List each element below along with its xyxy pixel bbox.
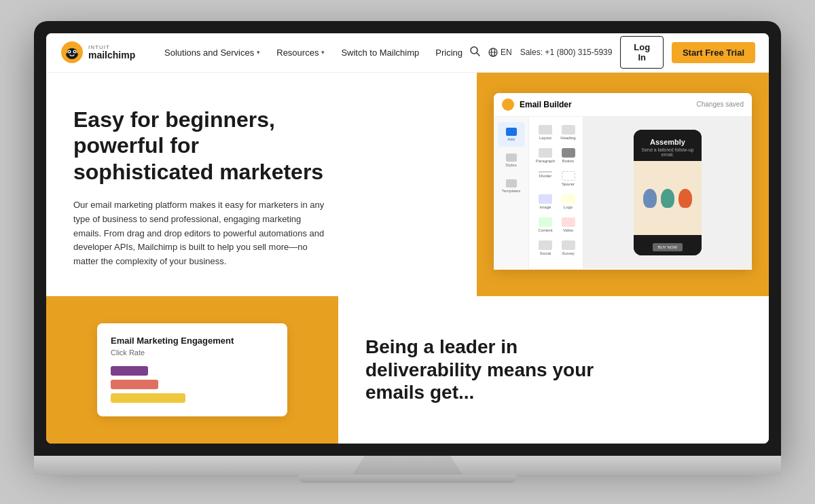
bar-row-3 [111,393,274,403]
globe-icon [488,48,498,57]
nav-pricing[interactable]: Pricing [429,42,469,63]
lower-right: Being a leader in deliverability means y… [338,296,769,444]
tool-content[interactable]: Content [535,215,556,235]
builder-title: Email Builder [502,98,572,111]
hero-description: Our email marketing platform makes it ea… [73,198,331,269]
builder-tools: Layout Heading Paragraph [529,117,583,269]
tool-layout[interactable]: Layout [535,122,556,143]
nav-solutions[interactable]: Solutions and Services ▾ [158,42,267,63]
language-selector[interactable]: EN [488,48,512,57]
mailchimp-label: mailchimp [88,50,135,60]
tool-heading[interactable]: Heading [559,122,577,143]
nav-switch[interactable]: Switch to Mailchimp [334,42,426,63]
bar-group [111,366,274,403]
search-icon[interactable] [469,46,480,59]
monitor-stand [346,456,469,475]
nav-links: Solutions and Services ▾ Resources ▾ Swi… [158,42,469,63]
nav-resources[interactable]: Resources ▾ [270,42,331,63]
builder-header: Email Builder Changes saved [494,93,752,117]
bar-yellow [111,393,185,403]
phone-title: Assembly [639,138,696,146]
builder-sidebar: Add Styles Templates [494,117,529,269]
builder-monkey-icon [502,98,514,111]
hero-section: Easy for beginners, powerful for sophist… [46,73,769,296]
monitor-screen: INTUIT mailchimp Solutions and Services … [34,21,781,456]
tool-divider[interactable]: Divider [535,168,556,189]
tool-survey[interactable]: Survey [559,238,577,258]
phone-subtitle: Send a tailored follow-up email. [639,147,696,157]
tool-social[interactable]: Social [535,238,556,258]
svg-point-7 [77,48,82,54]
lamp-blue [643,189,657,208]
tool-image[interactable]: Image [535,192,556,212]
lower-section: Email Marketing Engagement Click Rate [46,296,769,444]
bar-salmon [111,380,158,389]
lamp-teal [661,189,674,208]
tool-video[interactable]: Video [559,215,577,235]
lower-left: Email Marketing Engagement Click Rate [46,296,338,444]
screen-content: INTUIT mailchimp Solutions and Services … [46,33,769,444]
card-title: Email Marketing Engagement [111,336,274,346]
sidebar-tab-add[interactable]: Add [498,122,525,147]
svg-point-6 [63,48,68,54]
phone-header: Assembly Send a tailored follow-up email… [634,130,702,161]
bar-row-2 [111,380,274,389]
lamp-orange [678,189,692,208]
builder-phone-preview: Assembly Send a tailored follow-up email… [583,117,752,269]
sidebar-tab-styles[interactable]: Styles [498,148,525,173]
hero-right: Email Builder Changes saved Add [477,73,769,296]
logo-text: INTUIT mailchimp [88,45,135,60]
bar-purple [111,366,148,376]
phone-image-area [634,161,702,235]
phone-cta-button: BUY NOW [653,243,683,251]
sidebar-tab-templates[interactable]: Templates [498,174,525,198]
builder-saved-status: Changes saved [697,101,744,108]
engagement-card: Email Marketing Engagement Click Rate [97,323,287,416]
phone-footer: BUY NOW [634,235,702,255]
tool-spacer[interactable]: Spacer [559,168,577,189]
tool-logo[interactable]: Logo [559,192,577,212]
svg-point-5 [74,51,75,52]
monitor-wrapper: INTUIT mailchimp Solutions and Services … [34,21,781,483]
monitor-base [34,456,781,475]
svg-point-4 [69,51,70,52]
hero-title: Easy for beginners, powerful for sophist… [73,107,331,185]
monitor-foot [299,475,516,483]
email-builder-mockup: Email Builder Changes saved Add [494,93,752,270]
login-button[interactable]: Log In [620,36,664,69]
builder-body: Add Styles Templates [494,117,752,269]
mailchimp-monkey-icon [60,40,84,65]
card-subtitle: Click Rate [111,348,274,357]
svg-point-1 [66,48,78,59]
chevron-down-icon: ▾ [321,49,325,56]
bar-row-1 [111,366,274,376]
lower-title: Being a leader in deliverability means y… [365,336,623,404]
tool-paragraph[interactable]: Paragraph [535,145,556,166]
tool-button[interactable]: Button [559,145,577,166]
logo[interactable]: INTUIT mailchimp [60,40,141,65]
sales-phone: Sales: +1 (800) 315-5939 [520,48,613,57]
navbar: INTUIT mailchimp Solutions and Services … [46,33,769,73]
svg-line-9 [477,53,479,56]
phone-mockup: Assembly Send a tailored follow-up email… [634,130,702,255]
chevron-down-icon: ▾ [257,49,260,56]
start-free-trial-button[interactable]: Start Free Trial [672,42,755,63]
hero-left: Easy for beginners, powerful for sophist… [46,73,477,296]
nav-right: EN Sales: +1 (800) 315-5939 Log In Start… [469,36,755,69]
